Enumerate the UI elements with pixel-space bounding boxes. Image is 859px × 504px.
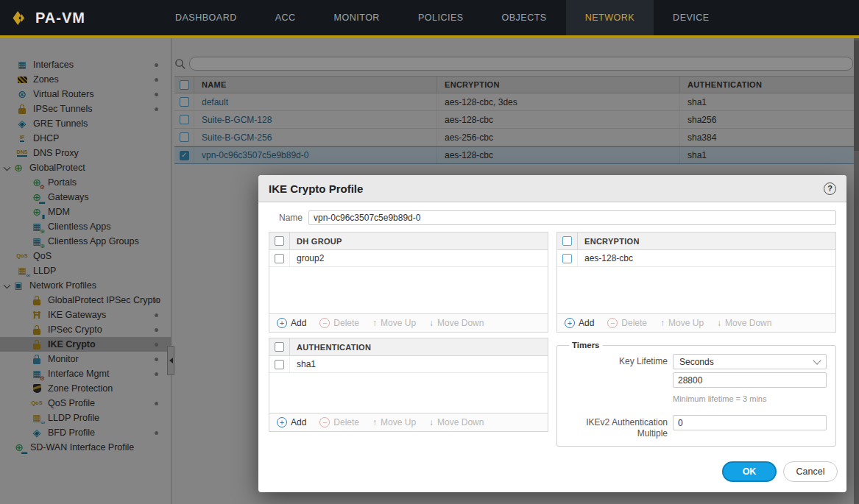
arrow-down-icon: ↓: [429, 318, 434, 328]
delete-button[interactable]: −Delete: [607, 318, 647, 328]
move-up-button[interactable]: ↑Move Up: [372, 318, 416, 328]
delete-button[interactable]: −Delete: [319, 417, 359, 427]
plus-circle-icon: +: [565, 318, 575, 328]
name-field-row: Name: [269, 210, 836, 225]
add-button[interactable]: +Add: [565, 318, 594, 328]
move-down-button[interactable]: ↓Move Down: [717, 318, 771, 328]
move-down-button[interactable]: ↓Move Down: [429, 318, 484, 328]
authentication-row[interactable]: sha1: [269, 356, 548, 373]
help-icon[interactable]: ?: [824, 182, 836, 195]
encryption-select-all-checkbox[interactable]: [562, 236, 572, 246]
tab-monitor[interactable]: MONITOR: [315, 0, 399, 35]
timers-section: Timers Key Lifetime Seconds Minimum life…: [556, 341, 836, 447]
arrow-down-icon: ↓: [429, 417, 434, 427]
tab-dashboard[interactable]: DASHBOARD: [156, 0, 256, 35]
key-lifetime-label: Key Lifetime: [566, 354, 668, 412]
dialog-body: Name DH GROUP group2: [258, 202, 846, 461]
move-up-button[interactable]: ↑Move Up: [372, 417, 416, 427]
dh-group-header: DH GROUP: [290, 237, 342, 246]
minus-circle-icon: −: [319, 417, 330, 427]
dh-group-panel: DH GROUP group2 +Add −Delete ↑Move Up: [269, 232, 548, 333]
dh-group-row[interactable]: group2: [269, 250, 548, 267]
minus-circle-icon: −: [319, 318, 330, 328]
minus-circle-icon: −: [607, 318, 618, 328]
encryption-panel: ENCRYPTION aes-128-cbc +Add −Delete ↑Mov…: [556, 232, 836, 333]
tab-device[interactable]: DEVICE: [654, 0, 729, 35]
ikev2-authentication-multiple-label: IKEv2 Authentication Multiple: [566, 415, 668, 439]
plus-circle-icon: +: [277, 417, 287, 427]
top-navbar: PA-VM DASHBOARD ACC MONITOR POLICIES OBJ…: [0, 0, 859, 35]
pa-logo-icon: [12, 10, 29, 26]
brand: PA-VM: [12, 10, 156, 26]
encryption-header: ENCRYPTION: [578, 237, 640, 246]
name-label: Name: [269, 213, 303, 223]
arrow-up-icon: ↑: [660, 318, 665, 328]
dialog-footer: OK Cancel: [258, 461, 846, 492]
key-lifetime-unit-select[interactable]: Seconds: [673, 354, 827, 369]
authentication-select-all-checkbox[interactable]: [275, 342, 284, 352]
tab-acc[interactable]: ACC: [256, 0, 315, 35]
row-checkbox[interactable]: [275, 254, 284, 263]
cancel-button[interactable]: Cancel: [783, 461, 838, 482]
add-button[interactable]: +Add: [277, 417, 306, 427]
delete-button[interactable]: −Delete: [319, 318, 359, 328]
tab-objects[interactable]: OBJECTS: [483, 0, 566, 35]
arrow-up-icon: ↑: [372, 318, 377, 328]
ikev2-multiple-input[interactable]: [673, 415, 827, 430]
authentication-header: AUTHENTICATION: [290, 343, 371, 352]
name-input[interactable]: [308, 210, 836, 225]
ike-crypto-profile-dialog: IKE Crypto Profile ? Name DH GROUP: [258, 175, 846, 492]
dialog-title: IKE Crypto Profile: [269, 182, 824, 195]
dialog-header: IKE Crypto Profile ?: [258, 175, 846, 202]
add-button[interactable]: +Add: [277, 318, 306, 328]
timers-legend: Timers: [569, 341, 603, 349]
chevron-down-icon: [813, 356, 821, 364]
tab-policies[interactable]: POLICIES: [399, 0, 483, 35]
plus-circle-icon: +: [277, 318, 287, 328]
arrow-down-icon: ↓: [717, 318, 721, 328]
brand-name: PA-VM: [35, 10, 85, 26]
ok-button[interactable]: OK: [722, 461, 777, 482]
move-up-button[interactable]: ↑Move Up: [660, 318, 704, 328]
minimum-lifetime-hint: Minimum lifetime = 3 mins: [673, 394, 827, 403]
dh-group-select-all-checkbox[interactable]: [275, 236, 284, 246]
key-lifetime-value-input[interactable]: [673, 372, 827, 388]
tab-network[interactable]: NETWORK: [566, 0, 654, 35]
encryption-row[interactable]: aes-128-cbc: [557, 250, 835, 267]
row-checkbox[interactable]: [275, 360, 284, 369]
authentication-panel: AUTHENTICATION sha1 +Add −Delete ↑Move U…: [269, 338, 548, 432]
move-down-button[interactable]: ↓Move Down: [429, 417, 484, 427]
arrow-up-icon: ↑: [372, 417, 377, 427]
row-checkbox[interactable]: [562, 254, 572, 263]
main-nav: DASHBOARD ACC MONITOR POLICIES OBJECTS N…: [156, 0, 729, 35]
